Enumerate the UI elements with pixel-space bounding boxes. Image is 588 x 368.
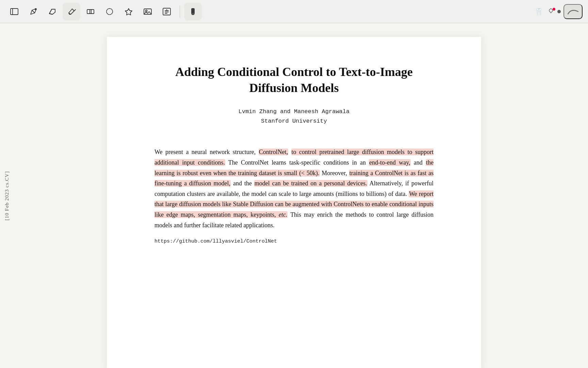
- svg-point-8: [107, 9, 113, 15]
- paper-link[interactable]: https://github.com/lllyasviel/ControlNet: [154, 237, 434, 246]
- abstract-paragraph: We present a neural network structure, C…: [154, 147, 434, 230]
- text-tool-button[interactable]: [158, 3, 176, 20]
- paper-title: Adding Conditional Control to Text-to-Im…: [154, 64, 434, 96]
- svg-line-3: [49, 9, 52, 14]
- highlighter-tool-button[interactable]: [63, 3, 80, 20]
- bluetooth-area: 🦷: [535, 7, 543, 16]
- image-tool-button[interactable]: [139, 3, 157, 20]
- document-area: [10 Feb 2023 cs.CV] Adding Conditional C…: [0, 23, 588, 368]
- svg-marker-9: [125, 9, 132, 15]
- selection-tool-button[interactable]: [82, 3, 99, 20]
- abstract-text-6b: nd the: [236, 180, 254, 187]
- sidebar-toggle-button[interactable]: [5, 3, 23, 20]
- toolbar: 🦷: [0, 0, 588, 23]
- highlight-personal-device: model can be trained on a personal devic…: [254, 180, 368, 187]
- paper-content: Adding Conditional Control to Text-to-Im…: [107, 37, 481, 368]
- abstract-text-5: Moreover,: [320, 170, 349, 177]
- toolbar-divider: [180, 5, 180, 18]
- abstract-text-1: We present a neural network structure,: [154, 149, 259, 155]
- paper-title-text: Adding Conditional Control to Text-to-Im…: [175, 65, 412, 95]
- highlight-controlnet: ControlNet,: [259, 149, 289, 155]
- eraser-tool-button[interactable]: [44, 3, 61, 20]
- arxiv-side-label: [10 Feb 2023 cs.CV]: [0, 23, 14, 368]
- svg-rect-7: [90, 10, 94, 14]
- paper-authors-line1: Lvmin Zhang and Maneesh Agrawala: [239, 108, 349, 115]
- toolbar-right: 🦷: [535, 4, 583, 19]
- paper-authors: Lvmin Zhang and Maneesh Agrawala Stanfor…: [154, 107, 434, 127]
- paper-abstract: We present a neural network structure, C…: [154, 147, 434, 246]
- paper-authors-line2: Stanford University: [261, 118, 327, 124]
- arxiv-label-text: [10 Feb 2023 cs.CV]: [4, 171, 10, 220]
- svg-rect-6: [87, 10, 91, 14]
- status-dot: [557, 10, 561, 13]
- pen-tool-button[interactable]: [24, 3, 42, 20]
- toolbar-tools-group: [5, 3, 176, 20]
- svg-point-20: [549, 9, 553, 12]
- brush-preview-button[interactable]: [564, 4, 583, 19]
- active-marker-button[interactable]: [184, 3, 202, 20]
- svg-rect-0: [11, 9, 18, 15]
- svg-line-5: [74, 10, 76, 11]
- svg-point-11: [146, 10, 147, 12]
- lasso-tool-button[interactable]: [101, 3, 118, 20]
- abstract-text-4: and: [411, 159, 426, 166]
- svg-rect-12: [163, 8, 170, 15]
- notification-badge: [553, 8, 555, 11]
- highlight-end-to-end: end-to-end way,: [369, 159, 411, 166]
- svg-rect-19: [192, 13, 194, 15]
- notification-indicator: [547, 8, 555, 15]
- abstract-text-6: a: [231, 180, 236, 187]
- bookmark-tool-button[interactable]: [120, 3, 137, 20]
- bluetooth-icon: 🦷: [535, 7, 543, 16]
- abstract-text-3: The ControlNet learns task-specific cond…: [225, 159, 369, 166]
- abstract-text-2: [288, 149, 291, 155]
